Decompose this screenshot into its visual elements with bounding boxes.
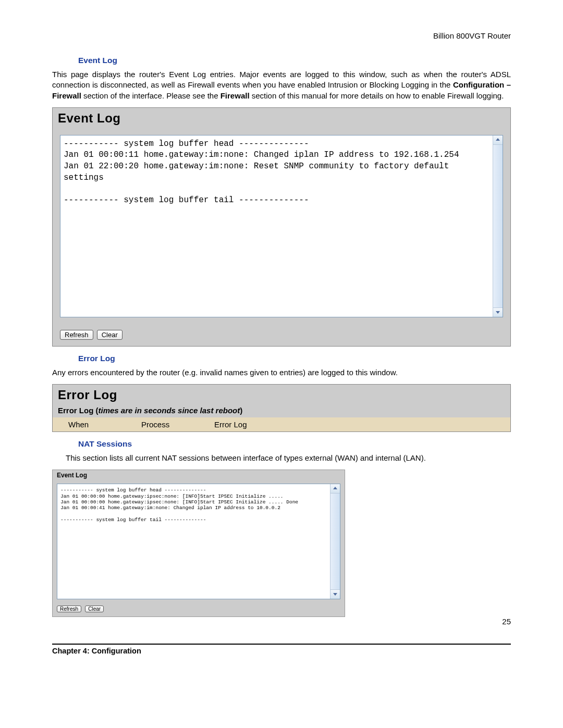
page-header: Billion 800VGT Router bbox=[52, 31, 511, 40]
text-bold: Firewall bbox=[221, 91, 250, 100]
refresh-button[interactable]: Refresh bbox=[57, 606, 81, 612]
paragraph-error-log: Any errors encountered by the router (e.… bbox=[52, 367, 511, 378]
panel-title: Error Log bbox=[53, 385, 510, 404]
error-log-subtitle: Error Log (times are in seconds since la… bbox=[53, 404, 510, 417]
clear-button[interactable]: Clear bbox=[85, 606, 104, 612]
heading-error-log: Error Log bbox=[78, 354, 511, 363]
panel-title: Event Log bbox=[53, 470, 345, 480]
text: Error Log ( bbox=[58, 406, 99, 415]
event-log-panel-small: Event Log ----------- system log buffer … bbox=[52, 470, 345, 617]
scrollbar[interactable] bbox=[330, 484, 340, 599]
text: This page displays the router's Event Lo… bbox=[52, 70, 511, 89]
col-when: When bbox=[53, 420, 141, 429]
paragraph-nat-sessions: This section lists all current NAT sessi… bbox=[66, 453, 511, 463]
event-log-content: ----------- system log buffer head -----… bbox=[57, 484, 340, 526]
scroll-up-icon[interactable] bbox=[331, 484, 340, 493]
event-log-textarea[interactable]: ----------- system log buffer head -----… bbox=[57, 484, 340, 599]
scrollbar[interactable] bbox=[493, 135, 503, 317]
error-log-panel: Error Log Error Log (times are in second… bbox=[52, 384, 511, 432]
scroll-down-icon[interactable] bbox=[331, 589, 340, 599]
error-log-header-row: When Process Error Log bbox=[53, 417, 510, 431]
text: ) bbox=[240, 406, 242, 415]
text: section of the interface. Please see the bbox=[81, 91, 221, 100]
col-process: Process bbox=[141, 420, 214, 429]
event-log-content: ----------- system log buffer head -----… bbox=[60, 135, 503, 209]
col-errorlog: Error Log bbox=[214, 420, 510, 429]
heading-event-log: Event Log bbox=[78, 56, 511, 65]
scroll-down-icon[interactable] bbox=[493, 307, 503, 317]
panel-title: Event Log bbox=[53, 108, 510, 128]
event-log-panel: Event Log ----------- system log buffer … bbox=[52, 107, 511, 347]
page-number: 25 bbox=[52, 617, 511, 626]
clear-button[interactable]: Clear bbox=[97, 330, 123, 340]
paragraph-event-log: This page displays the router's Event Lo… bbox=[52, 69, 511, 101]
page-footer: Chapter 4: Configuration bbox=[52, 644, 511, 655]
text: section of this manual for more details … bbox=[250, 91, 504, 100]
heading-nat-sessions: NAT Sessions bbox=[78, 439, 511, 449]
text-italic: times are in seconds since last reboot bbox=[99, 406, 240, 415]
footer-chapter: Chapter 4: Configuration bbox=[52, 647, 141, 655]
scroll-up-icon[interactable] bbox=[493, 135, 503, 145]
event-log-textarea[interactable]: ----------- system log buffer head -----… bbox=[60, 135, 503, 317]
refresh-button[interactable]: Refresh bbox=[60, 330, 93, 340]
